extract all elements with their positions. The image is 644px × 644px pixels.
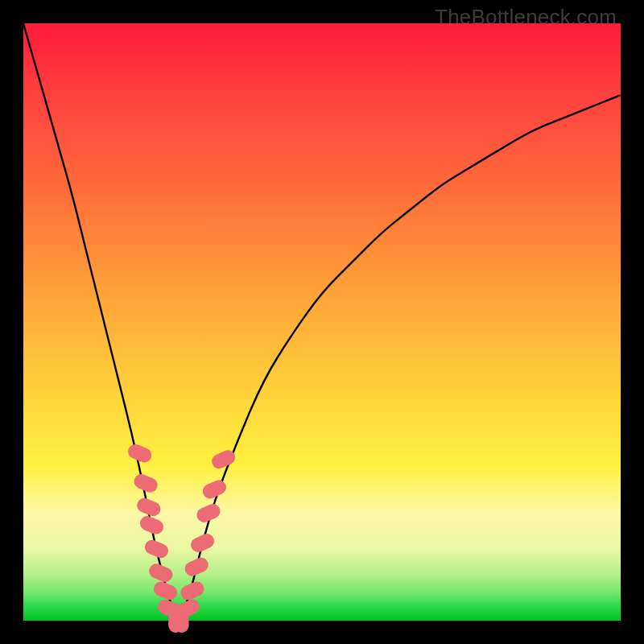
- curve-layer: [23, 23, 621, 621]
- marker-point: [138, 514, 166, 536]
- highlighted-points: [126, 442, 237, 633]
- marker-point: [188, 531, 217, 555]
- marker-point: [183, 555, 211, 579]
- marker-point: [142, 538, 171, 560]
- chart-frame: TheBottleneck.com: [0, 0, 644, 644]
- marker-point: [126, 442, 154, 464]
- plot-area: [23, 23, 621, 621]
- marker-point: [200, 477, 229, 501]
- marker-point: [132, 472, 160, 494]
- bottleneck-curve: [23, 23, 621, 617]
